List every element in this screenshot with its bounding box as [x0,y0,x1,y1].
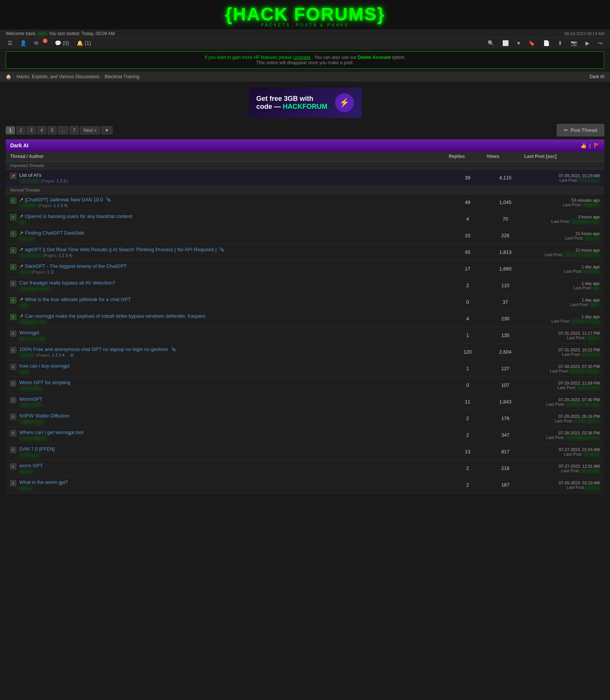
last-post-user[interactable]: pif+illeok [584,452,600,456]
last-post-user[interactable]: kincLoin [585,236,600,240]
thread-title[interactable]: [ChatGPT] Jailbreak New DAN 10.0 [25,197,103,202]
page-link[interactable]: 9 [70,353,73,357]
author-username[interactable]: PhokegiCrosur [19,320,47,324]
author-username[interactable]: kincLoin [19,236,34,241]
thread-title[interactable]: agiGPT || Get Real-Time Web Results || A… [25,247,216,252]
search-icon[interactable]: 🔍 [486,39,496,47]
author-username[interactable]: carkoroGPT [19,403,42,407]
thread-title[interactable]: WormGPT [19,396,42,402]
thread-title[interactable]: What is the true ultimate jailbreak for … [25,297,131,302]
page-3-btn[interactable]: 3 [26,126,36,134]
thread-title[interactable]: DAN 7.0 [FFEN] [19,446,55,452]
page-link[interactable]: 2 [51,270,53,274]
author-username[interactable]: xxxxxxxxxxx [19,253,42,258]
page-1-btn[interactable]: 1 [6,126,15,134]
page-link[interactable]: 2 [62,253,64,258]
thread-title[interactable]: OpenAI is banning users for any blackhat… [25,213,132,219]
pagination-dropdown-btn[interactable]: ▼ [101,126,113,134]
last-post-user[interactable]: mayc0hru123% [571,219,600,224]
last-post-user[interactable]: 1l1l1l1l1l1l1l [577,385,600,390]
page-5-btn[interactable]: 5 [48,126,57,134]
page-link[interactable]: 1 [56,179,59,183]
last-post-user[interactable]: C+ell-r+ell l+4 [574,419,600,423]
thread-title[interactable]: Can wormgpt make the payload of cobalt s… [25,313,205,319]
page-link[interactable]: 1 [52,353,54,357]
author-username[interactable]: leet [19,220,26,224]
thread-title[interactable]: What is the worm gpt? [19,479,68,485]
page-link[interactable]: 3 [63,179,66,183]
alerts-icon[interactable]: 💬 (0) [53,39,71,47]
page-link[interactable]: 1 [54,203,56,208]
portal-icon[interactable]: ⬜ [500,39,511,47]
download-icon[interactable]: ⬇ [556,39,564,47]
thread-title[interactable]: Worm GPT for scripting [19,380,70,385]
author-username[interactable]: bilars [19,303,29,308]
author-username[interactable]: Omniscient [19,179,40,183]
ad-banner[interactable]: Get free 3GB withcode — HACKFORUM ⚡ [249,88,361,118]
page-link[interactable]: 2 [55,353,57,357]
breadcrumb-subsection[interactable]: Blackhat Training [105,74,139,79]
author-username[interactable]: CookenalbytoS [19,436,48,440]
author-username[interactable]: hackat f [19,469,34,474]
last-post-user[interactable]: bilars [590,302,600,307]
thread-title[interactable]: 100% Free and anonymous chat GPT no sign… [19,346,168,352]
last-post-user[interactable]: Opwaa [587,335,600,340]
post-thread-button[interactable]: ✏ Post Thread [557,124,604,136]
thread-title[interactable]: how can i buy wormgpt [19,363,69,369]
last-post-user[interactable]: Khay%ie 6hears [570,369,600,373]
last-post-user[interactable]: PhokeyC+rosur [571,319,600,323]
page-link[interactable]: 4 [64,203,66,208]
page-icon[interactable]: 📄 [541,39,551,47]
thread-title[interactable]: List of AI's [19,172,42,178]
page-link[interactable]: 3 [60,203,63,208]
author-username[interactable]: HamingeCoomre [19,286,51,291]
thread-title[interactable]: Can fraudgpt really bypass all AV detect… [19,280,115,286]
last-post-user[interactable]: Omniscient [579,178,600,182]
page-link[interactable]: 2 [57,203,59,208]
messages-icon[interactable]: ✉ [32,39,40,47]
camera-icon[interactable]: 📷 [569,39,579,47]
upgrade-link[interactable]: Upgrade [293,55,310,60]
last-post-user[interactable]: brolcon [586,485,600,490]
page-link[interactable]: 1 [47,270,49,274]
last-post-user[interactable]: leet [593,286,600,290]
last-post-user[interactable]: carkerol_mel_plue [566,402,600,406]
author-username[interactable]: 1l1l1l1l1l1l1l [19,386,42,391]
thread-title[interactable]: DarkGPT - The biggest enemy of the ChatG… [25,263,127,269]
page-2-btn[interactable]: 2 [16,126,26,134]
logout-icon[interactable]: ↪ [596,39,604,47]
author-username[interactable]: giy+amroce00 [19,336,45,341]
breadcrumb-home[interactable]: 🏠 [6,74,11,79]
author-username[interactable]: rip+ok [19,270,31,274]
last-post-user[interactable]: koooDck [584,269,600,274]
page-link[interactable]: 3 [59,353,61,357]
page-link[interactable]: 2 [60,179,62,183]
last-post-user[interactable]: dk+koonb [582,352,600,357]
next-page-btn[interactable]: Next » [80,126,100,134]
author-username[interactable]: baloli [19,369,29,374]
subscribe-icon[interactable]: 👍 [581,143,587,148]
author-username[interactable]: midgamughts [19,419,44,424]
page-4-btn[interactable]: 4 [37,126,46,134]
thread-title[interactable]: Where can I get wormgpt tool [19,430,83,435]
author-username[interactable]: pif+illecare [19,453,39,457]
breadcrumb-section[interactable]: Hacks, Exploits, and Various Discussions [17,74,99,79]
last-post-user[interactable]: PloamlightCrouser [566,435,600,440]
author-username[interactable]: xCR1SSx [19,203,37,208]
thread-title[interactable]: Finding ChatGPT DarkSide [25,230,84,236]
last-post-user[interactable]: dk+kuloek [581,468,600,473]
heart-icon[interactable]: ♥ [515,39,522,47]
last-post-user[interactable]: P4r7P+r3m1nClCK [564,252,600,257]
bookmark-icon[interactable]: 🔖 [527,39,537,47]
thread-title[interactable]: Wormgpt [19,330,39,335]
flag-icon[interactable]: 🚩 [594,143,600,148]
thread-title[interactable]: NSFW Stable Diffusion [19,413,69,419]
page-link[interactable]: 3 [65,253,68,258]
thread-title[interactable]: worm GPT [19,463,43,468]
last-post-user[interactable]: itsfaKeee [582,202,600,207]
menu-icon[interactable]: ☰ [6,39,14,47]
user-icon[interactable]: 👤 [18,39,28,47]
notifications-icon[interactable]: 🔔 (1) [75,39,93,47]
page-link[interactable]: 4 [69,253,71,258]
page-link[interactable]: 1 [59,253,61,258]
